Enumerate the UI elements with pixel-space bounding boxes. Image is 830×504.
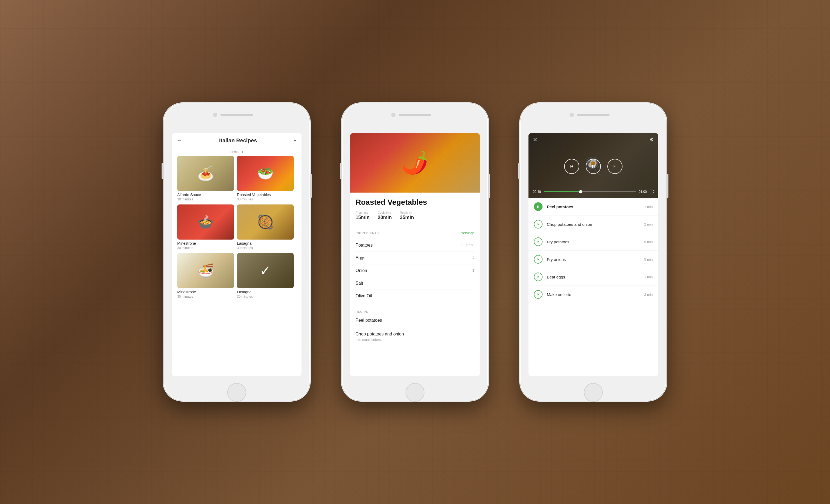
cook-value: 20min <box>378 215 392 221</box>
recipe-grid: Alfredo Sauce 30 minutes Roasted Vegetab… <box>172 156 301 301</box>
prep-label: Prep time <box>356 211 370 214</box>
step-text-1: Chop potatoes and onion <box>547 222 644 227</box>
ready-label: Ready in <box>400 211 414 214</box>
step-row-5[interactable]: Make omlette 2 min <box>529 286 658 303</box>
ingredient-name-2: Onion <box>356 268 367 273</box>
ingredient-row-3: Salt <box>356 277 474 290</box>
meta-ready: Ready in 35min <box>400 211 414 221</box>
step-duration-1: 2 min <box>644 222 653 226</box>
power-button <box>488 174 490 198</box>
phone-1-screen: ← Italian Recipes ▾ LEVEL 1 Alfredo Sauc… <box>172 133 301 376</box>
time-current: 00:40 <box>533 190 541 194</box>
ingredients-label: INGREDIENTS <box>356 232 379 235</box>
page-title: Italian Recipes <box>219 137 257 144</box>
step-name-0: Peel potatoes <box>356 318 474 323</box>
phone-3-screen: 🍳 ✕ ⚙ <box>529 133 658 376</box>
home-button[interactable] <box>406 383 424 402</box>
ingredient-name-4: Olive Oil <box>356 294 372 298</box>
step-icon-0 <box>534 202 543 211</box>
ingredient-row-4: Olive Oil <box>356 290 474 302</box>
recipe-meta: Prep time 15min Cook time 20min Ready in… <box>356 211 474 221</box>
pause-button[interactable] <box>586 159 601 174</box>
recipe-img-alfredo <box>177 156 234 191</box>
video-player: 🍳 ✕ ⚙ <box>529 133 658 198</box>
recipe-time-5: 30 minutes <box>237 295 296 298</box>
recipe-step-1: Chop potatoes and onion into small cubes… <box>356 328 474 345</box>
recipe-title: Roasted Vegetables <box>356 198 474 207</box>
level-badge: LEVEL 1 <box>172 148 301 156</box>
home-button[interactable] <box>584 383 603 402</box>
step-icon-1 <box>534 220 543 229</box>
video-center-controls <box>529 159 658 174</box>
step-icon-5 <box>534 290 543 299</box>
step-duration-0: 1 min <box>644 205 653 209</box>
step-text-4: Beat eggs <box>547 275 644 279</box>
recipe-card-5[interactable]: Lasagna 30 minutes <box>237 253 296 298</box>
recipe-img-lasagna2 <box>237 253 294 288</box>
filter-icon[interactable]: ▾ <box>294 138 296 143</box>
prev-button[interactable] <box>564 159 579 174</box>
recipe-card-3[interactable]: Lasagna 30 minutes <box>237 204 296 250</box>
meta-cook: Cook time 20min <box>378 211 392 221</box>
step-text-0: Peel potatoes <box>547 204 644 209</box>
prep-value: 15min <box>356 215 370 221</box>
phone-3: 🍳 ✕ ⚙ <box>520 103 666 401</box>
step-duration-5: 2 min <box>644 293 653 297</box>
recipe-card-0[interactable]: Alfredo Sauce 30 minutes <box>177 156 236 201</box>
step-row-0[interactable]: Peel potatoes 1 min <box>529 198 658 215</box>
progress-track[interactable] <box>544 191 636 192</box>
recipe-card-1[interactable]: Roasted Vegetables 30 minutes <box>237 156 296 201</box>
close-icon[interactable]: ✕ <box>533 136 537 143</box>
video-bottom-bar: 00:40 01:00 ⛶ <box>529 187 658 198</box>
back-button[interactable]: ← <box>354 137 363 146</box>
recipe-card-2[interactable]: Minestrone 30 minutes <box>177 204 236 250</box>
recipe-card-4[interactable]: Minestrone 30 minutes <box>177 253 236 298</box>
recipe-time-2: 30 minutes <box>177 246 236 250</box>
video-controls: ✕ ⚙ <box>529 133 658 198</box>
ingredient-row-2: Onion 1 <box>356 264 474 277</box>
recipe-time-4: 30 minutes <box>177 295 236 298</box>
recipe-hero-image: 🌶️ ← <box>350 133 480 193</box>
ingredients-header: INGREDIENTS 2 servings <box>356 227 474 239</box>
recipe-label: RECIPE <box>356 310 368 313</box>
recipe-img-roasted <box>237 156 294 191</box>
recipe-name-5: Lasagna <box>237 290 296 294</box>
power-button <box>310 174 312 198</box>
recipe-name-2: Minestrone <box>177 241 236 245</box>
step-name-1: Chop potatoes and onion <box>356 332 474 337</box>
hero-food-icon: 🌶️ <box>350 133 480 193</box>
step-desc-1: into small cubes. <box>356 338 474 342</box>
time-total: 01:00 <box>639 190 647 194</box>
volume-button <box>518 163 520 179</box>
ingredient-row-0: Potatoes 3, small <box>356 239 474 251</box>
recipe-name-0: Alfredo Sauce <box>177 193 236 197</box>
step-row-3[interactable]: Fry onions 5 min <box>529 250 658 268</box>
ready-value: 35min <box>400 215 414 221</box>
step-row-1[interactable]: Chop potatoes and onion 2 min <box>529 215 658 233</box>
step-row-2[interactable]: Fry potatoes 5 min <box>529 233 658 250</box>
phone-1: ← Italian Recipes ▾ LEVEL 1 Alfredo Sauc… <box>164 103 310 401</box>
meta-prep: Prep time 15min <box>356 211 370 221</box>
recipe-name-4: Minestrone <box>177 290 236 294</box>
step-duration-4: 1 min <box>644 275 653 279</box>
step-duration-3: 5 min <box>644 258 653 262</box>
settings-icon[interactable]: ⚙ <box>649 137 654 143</box>
next-button[interactable] <box>607 159 622 174</box>
home-button[interactable] <box>227 383 246 402</box>
step-row-4[interactable]: Beat eggs 1 min <box>529 268 658 286</box>
recipe-list-header: ← Italian Recipes ▾ <box>172 133 301 148</box>
fullscreen-icon[interactable]: ⛶ <box>649 189 654 194</box>
ingredients-section: INGREDIENTS 2 servings Potatoes 3, small… <box>356 227 474 302</box>
back-icon: ← <box>356 139 361 145</box>
step-icon-2 <box>534 237 543 246</box>
recipe-time-0: 30 minutes <box>177 197 236 201</box>
back-icon[interactable]: ← <box>177 138 182 143</box>
ingredient-name-3: Salt <box>356 281 363 286</box>
recipe-steps-section: RECIPE Peel potatoes Chop potatoes and o… <box>356 305 474 345</box>
phone-2: 🌶️ ← Roasted Vegetables Prep time 15min … <box>342 103 488 401</box>
servings-label: 2 servings <box>458 231 474 235</box>
volume-button <box>162 163 164 179</box>
power-button <box>666 174 668 198</box>
progress-thumb <box>579 190 582 193</box>
ingredient-row-1: Eggs 4 <box>356 251 474 264</box>
